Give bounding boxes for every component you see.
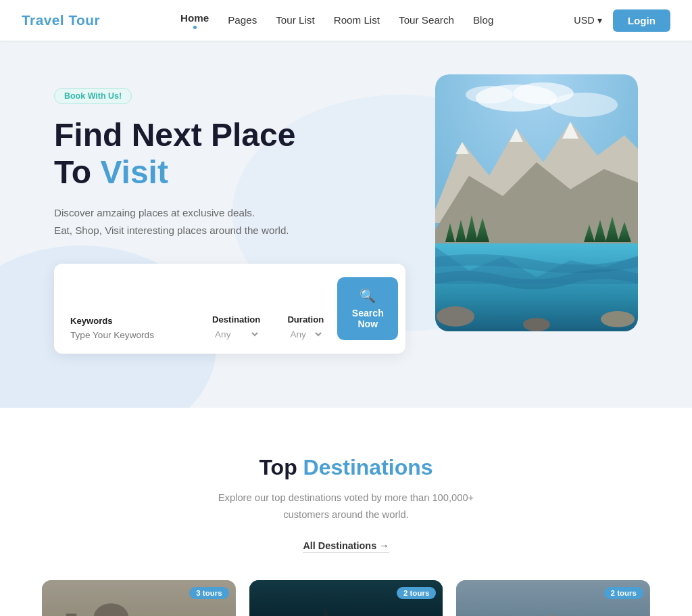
duration-label: Duration (287, 314, 324, 325)
nav-link-pages[interactable]: Pages (228, 14, 257, 26)
destination-label: Destination (212, 314, 260, 325)
destinations-grid: 3 tours Western Europe (42, 580, 650, 616)
nav-item-pages[interactable]: Pages (228, 14, 257, 26)
dest-card-western-europe[interactable]: 3 tours Western Europe (42, 580, 236, 616)
dest-badge-western-europe: 3 tours (189, 587, 228, 599)
nav-item-home[interactable]: Home (180, 12, 209, 29)
nav-item-tour-search[interactable]: Tour Search (399, 14, 454, 26)
search-box: Keywords Destination Any Duration Any 🔍 … (54, 264, 405, 354)
destinations-desc: Explore our top destinations voted by mo… (27, 490, 665, 523)
login-button[interactable]: Login (613, 9, 670, 32)
nav-item-tour-list[interactable]: Tour List (276, 14, 314, 26)
hero-title-line2-prefix: To (54, 154, 100, 190)
hero-desc-line2: Eat, Shop, Visit interesting places arou… (54, 224, 289, 236)
svg-point-21 (601, 311, 635, 327)
hero-title-line1: Find Next Place (54, 117, 295, 153)
svg-point-22 (523, 318, 550, 331)
currency-selector[interactable]: USD ▾ (574, 15, 601, 26)
destinations-title: Top Destinations (27, 455, 665, 480)
hero-image (435, 74, 638, 331)
active-indicator (193, 26, 197, 29)
hero-description: Discover amzaing places at exclusive dea… (54, 204, 405, 239)
brand-logo[interactable]: Travel Tour (22, 12, 100, 28)
keywords-field: Keywords (70, 316, 185, 340)
nav-link-tour-search[interactable]: Tour Search (399, 14, 454, 26)
hero-landscape-svg (435, 74, 638, 331)
destinations-section: Top Destinations Explore our top destina… (0, 408, 692, 616)
svg-point-3 (466, 86, 513, 103)
brand-name-highlight: Tour (64, 12, 100, 28)
svg-point-20 (437, 306, 474, 327)
dest-card-south-africa[interactable]: 2 tours South Africa (249, 580, 443, 616)
destinations-desc-line2: customers around the world. (283, 509, 409, 520)
nav-link-room-list[interactable]: Room List (334, 14, 380, 26)
keywords-label: Keywords (70, 316, 185, 326)
hero-title-highlight: Visit (100, 154, 168, 190)
destinations-title-part1: Top (259, 455, 303, 479)
search-icon: 🔍 (360, 288, 376, 304)
hero-title: Find Next Place To Visit (54, 116, 405, 191)
nav-item-room-list[interactable]: Room List (334, 14, 380, 26)
nav-link-home[interactable]: Home (180, 12, 209, 24)
destination-select[interactable]: Any (212, 329, 260, 340)
duration-select[interactable]: Any (287, 329, 324, 340)
book-badge: Book With Us! (54, 88, 132, 104)
nav-link-blog[interactable]: Blog (473, 14, 493, 26)
destinations-desc-line1: Explore our top destinations voted by mo… (218, 492, 474, 503)
svg-point-4 (550, 93, 618, 117)
destination-field: Destination Any (212, 314, 260, 340)
nav-links: Home Pages Tour List Room List Tour Sear… (180, 12, 493, 29)
hero-content: Book With Us! Find Next Place To Visit D… (54, 81, 405, 354)
dest-card-scandinavia[interactable]: 2 tours Scandinavia (456, 580, 650, 616)
dest-badge-south-africa: 2 tours (397, 587, 436, 599)
dest-badge-scandinavia: 2 tours (604, 587, 643, 599)
nav-right: USD ▾ Login (574, 9, 670, 32)
duration-field: Duration Any (287, 314, 324, 340)
hero-section: Book With Us! Find Next Place To Visit D… (0, 41, 692, 408)
hero-desc-line1: Discover amzaing places at exclusive dea… (54, 207, 255, 218)
nav-link-tour-list[interactable]: Tour List (276, 14, 314, 26)
navbar: Travel Tour Home Pages Tour List Room Li… (0, 0, 692, 41)
brand-name-part1: Travel (22, 12, 64, 28)
nav-item-blog[interactable]: Blog (473, 14, 493, 26)
keywords-input[interactable] (70, 330, 185, 340)
destinations-title-part2: Destinations (303, 455, 433, 479)
search-button-label: Search Now (352, 308, 384, 329)
search-button[interactable]: 🔍 Search Now (337, 277, 398, 340)
all-destinations-link[interactable]: All Destinations → (303, 540, 389, 553)
